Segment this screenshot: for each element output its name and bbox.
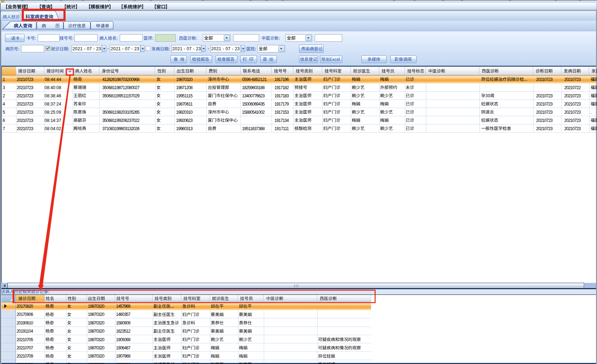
svg-text:20210723: 20210723 [536, 110, 553, 115]
svg-text:20170820: 20170820 [17, 304, 34, 309]
svg-text:20210723: 20210723 [564, 126, 581, 131]
svg-text:3: 3 [3, 85, 5, 90]
svg-text:19871208: 19871208 [176, 85, 193, 90]
svg-text:350681198712080027: 350681198712080027 [102, 85, 140, 90]
svg-text:20210723: 20210723 [17, 77, 34, 82]
svg-text:7: 7 [3, 126, 5, 131]
svg-text:20210722: 20210722 [564, 85, 581, 90]
svg-text:371083199603132026: 371083199603132026 [102, 126, 140, 131]
svg-text:08:14:37: 08:14:37 [45, 118, 61, 123]
svg-text:1906467: 1906467 [116, 345, 131, 350]
svg-text:20210723: 20210723 [17, 118, 34, 123]
svg-text:19820310: 19820310 [176, 110, 193, 115]
svg-text:6: 6 [3, 118, 5, 123]
svg-text:19920623: 19920623 [176, 118, 193, 123]
svg-text:20210723: 20210723 [17, 126, 34, 131]
svg-text:1460357: 1460357 [116, 312, 131, 317]
svg-text:08:44:44: 08:44:44 [45, 77, 61, 82]
svg-text:20210723: 20210723 [536, 126, 553, 131]
svg-text:20210723: 20210723 [536, 93, 553, 98]
svg-text:1917134: 1917134 [274, 118, 289, 123]
svg-text:1: 1 [3, 77, 5, 82]
svg-text:20210723: 20210723 [536, 102, 553, 107]
svg-text:18259603188: 18259603188 [242, 85, 265, 90]
svg-text:412826198703200968: 412826198703200968 [102, 77, 140, 82]
svg-text:20210723: 20210723 [17, 85, 34, 90]
svg-text:19870320: 19870320 [88, 312, 105, 317]
svg-text:19870320: 19870320 [88, 329, 105, 334]
svg-text:350681199206237022: 350681199206237022 [102, 118, 140, 123]
svg-text:08:04:02: 08:04:02 [45, 126, 61, 131]
svg-text:1907969: 1907969 [116, 354, 131, 359]
svg-text:19870320: 19870320 [88, 345, 105, 350]
svg-text:1917183: 1917183 [274, 93, 289, 98]
svg-text:0596-6852121: 0596-6852121 [242, 77, 267, 82]
svg-text:19951115: 19951115 [176, 93, 193, 98]
svg-text:4: 4 [3, 102, 5, 107]
svg-text:19870611: 19870611 [176, 102, 193, 107]
svg-text:1917182: 1917182 [274, 85, 289, 90]
svg-text:08:37:24: 08:37:24 [45, 102, 61, 107]
svg-text:1623512: 1623512 [116, 329, 131, 334]
svg-text:.: . [591, 110, 592, 115]
svg-text:19870320: 19870320 [88, 304, 105, 309]
svg-text:20210723: 20210723 [564, 102, 581, 107]
svg-text:20191104: 20191104 [17, 329, 34, 334]
svg-text:20210723: 20210723 [17, 93, 34, 98]
svg-text:20210723: 20210723 [564, 110, 581, 115]
svg-text:350681198203105265: 350681198203105265 [102, 110, 140, 115]
svg-text:20210723: 20210723 [564, 77, 581, 82]
svg-text:1917111: 1917111 [274, 126, 289, 131]
svg-text:1580909: 1580909 [116, 321, 131, 325]
svg-text:1917179: 1917179 [274, 102, 289, 107]
svg-text:20210707: 20210707 [17, 345, 34, 350]
svg-text:5: 5 [3, 110, 5, 115]
svg-text:19511637368: 19511637368 [242, 126, 265, 131]
svg-text:1905069: 1905069 [116, 337, 131, 342]
svg-text:15006069435: 15006069435 [242, 102, 265, 107]
svg-text:20210723: 20210723 [536, 118, 553, 123]
svg-text:350681199511157029: 350681199511157029 [102, 93, 140, 98]
svg-text:20170906: 20170906 [17, 312, 34, 317]
svg-text:1917153: 1917153 [274, 110, 289, 115]
svg-text:19870320: 19870320 [88, 321, 105, 325]
svg-text:19870320: 19870320 [176, 77, 193, 82]
svg-text:2021 - 07 - 23: 2021 - 07 - 23 [173, 46, 201, 51]
svg-text:08:25:09: 08:25:09 [45, 110, 61, 115]
svg-text:08:38:46: 08:38:46 [45, 93, 61, 98]
svg-text:13400776623: 13400776623 [242, 93, 265, 98]
svg-text:1909212: 1909212 [116, 362, 131, 364]
svg-text:19870320: 19870320 [88, 354, 105, 359]
svg-text:19870320: 19870320 [88, 337, 105, 342]
svg-text:20210711: 20210711 [17, 362, 34, 364]
svg-text:1457969: 1457969 [116, 304, 131, 309]
svg-text:-: - [208, 46, 209, 51]
svg-text:1917196: 1917196 [274, 77, 289, 82]
svg-text:20210723: 20210723 [536, 77, 553, 82]
svg-text:2: 2 [3, 93, 5, 98]
svg-text:20210723: 20210723 [17, 102, 34, 107]
svg-text:2021 - 07 - 23: 2021 - 07 - 23 [73, 46, 101, 51]
svg-text:20210705: 20210705 [17, 337, 34, 342]
svg-text:19960313: 19960313 [176, 126, 193, 131]
svg-text:20190610: 20190610 [17, 321, 34, 325]
svg-text:20210709: 20210709 [17, 354, 34, 359]
svg-text:15880541002: 15880541002 [242, 110, 265, 115]
svg-text:20210723: 20210723 [564, 93, 581, 98]
svg-text:19870320: 19870320 [88, 362, 105, 364]
svg-text:20210723: 20210723 [564, 118, 581, 123]
svg-text:20210723: 20210723 [17, 110, 34, 115]
svg-text:-: - [107, 46, 109, 51]
svg-text:08:40:08: 08:40:08 [45, 85, 61, 90]
svg-text:2021 - 07 - 23: 2021 - 07 - 23 [211, 46, 240, 51]
svg-text:2021 - 07 - 23: 2021 - 07 - 23 [111, 46, 139, 51]
